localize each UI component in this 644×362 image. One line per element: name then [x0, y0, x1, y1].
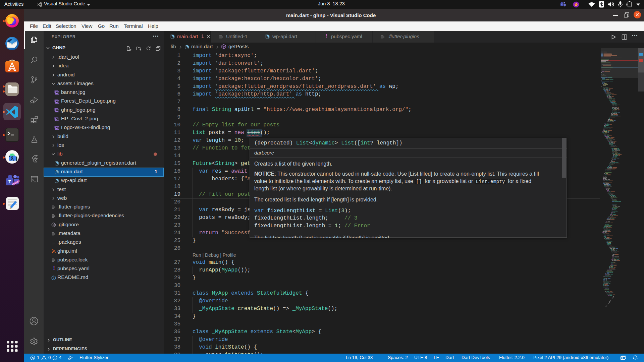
- svg-text:T: T: [8, 179, 11, 184]
- svg-text:T: T: [561, 3, 563, 6]
